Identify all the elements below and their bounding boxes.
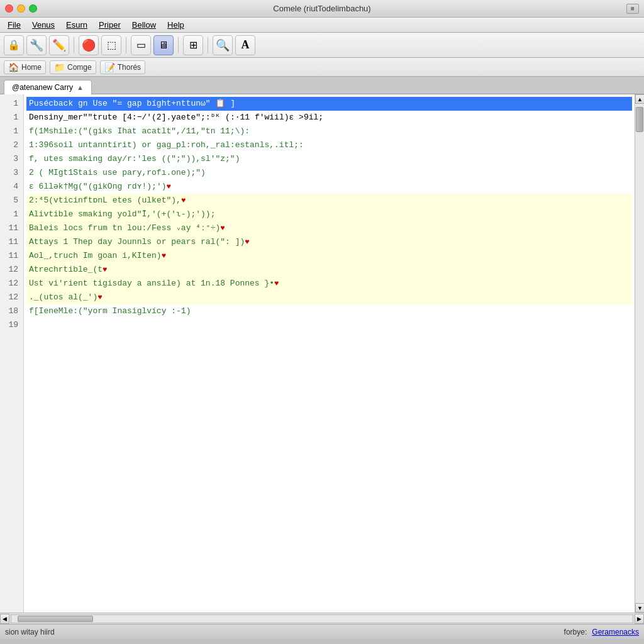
menu-priper[interactable]: Priper: [94, 19, 126, 31]
code-line-11[interactable]: Attays 1 Thep day Jounnls or pears ral("…: [26, 235, 632, 249]
menu-file[interactable]: File: [3, 19, 26, 31]
code-text-9: Alivtible smaking yold"Ī,'(+('ι-);'));: [29, 208, 215, 221]
scroll-right-button[interactable]: ▶: [635, 614, 644, 624]
code-text-17: [29, 319, 34, 331]
breadcrumb-thores[interactable]: 📝 Thorés: [100, 60, 145, 74]
breadcrumb-comge-label: Comge: [67, 63, 92, 72]
toolbar-separator-1: [74, 37, 74, 53]
tab-bar: @atenanew Carry ▲: [0, 77, 644, 94]
code-line-10[interactable]: Baleis locs frum tn lou:/Fess ᵥay ⁴ː⁺÷)♥: [26, 221, 632, 235]
horizontal-scrollbar[interactable]: ◀ ▶: [0, 613, 644, 624]
code-line-9[interactable]: Alivtible smaking yold"Ī,'(+('ι-);'));: [26, 208, 632, 221]
line-numbers: 1 1 1 2 3 3 4 5 1 11 11 11 12 12 12 18 1…: [0, 94, 24, 613]
tool-button-2[interactable]: ✏️: [49, 35, 69, 55]
code-line-5[interactable]: f, utes smaking day/r:'les ((";")),sl'"z…: [26, 152, 632, 166]
line-num-6: 3: [3, 166, 18, 180]
tool-button-9[interactable]: A: [235, 35, 255, 55]
code-line-6[interactable]: 2 ( MIgt1Stais use pary,rofı.one);"): [26, 166, 632, 180]
toolbar-separator-3: [178, 37, 179, 53]
code-text-16: f[IeneMle:("yorm Inasiglvícy :-1): [29, 305, 191, 318]
toolbar-separator-4: [208, 37, 208, 53]
tab-atenanew[interactable]: @atenanew Carry ▲: [4, 80, 92, 94]
heart-icon-15: ♥: [97, 292, 102, 304]
code-line-14[interactable]: Ust vi'rient tigisday a ansile) at 1n.18…: [26, 277, 632, 291]
toolbar: 🔒 🔧 ✏️ 🔴 ⬚ ▭ 🖥 ⊞ 🔍 A: [0, 33, 644, 58]
menu-bar: File Venus Esurn Priper Bellow Help: [0, 18, 644, 33]
tool-button-6[interactable]: 🖥: [153, 35, 174, 55]
heart-icon-14: ♥: [274, 278, 279, 290]
breadcrumb-bar: 🏠 Home 📁 Comge 📝 Thorés: [0, 58, 644, 77]
breadcrumb-comge[interactable]: 📁 Comge: [50, 60, 96, 74]
scroll-thumb[interactable]: [636, 107, 643, 132]
scroll-down-button[interactable]: ▼: [635, 603, 644, 613]
title-bar: Comele (riutTodelimbachu) ≡: [0, 0, 644, 18]
close-button[interactable]: [5, 4, 13, 13]
code-line-8[interactable]: 2:⁴5(vticinftɒnL etes (ulket"),♥: [26, 194, 632, 208]
code-line-12[interactable]: Aol_,truch Im goan i,KIten)♥: [26, 249, 632, 263]
status-bar: sion witay hiird forbye: Geramenacks: [0, 624, 644, 639]
breadcrumb-thores-label: Thorés: [118, 63, 141, 72]
code-text-12: Aol_,truch Im goan i,KIten): [29, 250, 162, 262]
vertical-scrollbar[interactable]: ▲ ▼: [635, 94, 644, 613]
scroll-h-thumb[interactable]: [18, 616, 93, 622]
tab-close-button[interactable]: ▲: [77, 84, 84, 91]
code-text-2: Densiny_mer""trute [4:−/'(2].yaete";:ᴰᴷ …: [29, 111, 323, 124]
breadcrumb-home[interactable]: 🏠 Home: [4, 60, 46, 74]
line-num-4: 2: [3, 138, 18, 152]
line-num-16: 18: [3, 304, 18, 318]
menu-esurn[interactable]: Esurn: [61, 19, 92, 31]
line-num-3: 1: [3, 125, 18, 138]
code-text-6: 2 ( MIgt1Stais use pary,rofı.one);"): [29, 167, 206, 179]
breadcrumb-home-label: Home: [21, 63, 42, 72]
line-num-11: 11: [3, 235, 18, 249]
code-line-1[interactable]: Pusécback gn Use "= gap bíght+nttunω" 📋 …: [26, 97, 632, 111]
code-editor[interactable]: Pusécback gn Use "= gap bíght+nttunω" 📋 …: [24, 94, 635, 613]
line-num-14: 12: [3, 277, 18, 291]
code-line-15[interactable]: ._(utos al(_')♥: [26, 291, 632, 304]
heart-icon-12: ♥: [162, 250, 166, 262]
status-text: sion witay hiird: [5, 628, 559, 636]
fullscreen-button[interactable]: ≡: [626, 4, 639, 14]
document-icon: 📝: [104, 62, 115, 72]
line-num-10: 11: [3, 221, 18, 235]
tool-button-1[interactable]: 🔧: [26, 35, 47, 55]
menu-bellow[interactable]: Bellow: [127, 19, 161, 31]
tool-button-3[interactable]: 🔴: [79, 35, 99, 55]
code-text-1: Pusécback gn Use "= gap bíght+nttunω" 📋 …: [29, 97, 235, 110]
code-line-16[interactable]: f[IeneMle:("yorm Inasiglvícy :-1): [26, 304, 632, 318]
scroll-left-button[interactable]: ◀: [0, 614, 9, 624]
code-line-7[interactable]: ε 6llǝk†Mg("(gikOng rdʏ!);')♥: [26, 180, 632, 194]
tool-button-8[interactable]: 🔍: [213, 35, 233, 55]
line-num-7: 4: [3, 180, 18, 194]
tool-button-7[interactable]: ⊞: [183, 35, 203, 55]
heart-icon-11: ♥: [245, 236, 249, 248]
line-num-17: 19: [3, 318, 18, 332]
heart-icon-10: ♥: [220, 223, 225, 235]
scroll-h-track[interactable]: [11, 614, 633, 623]
code-line-4[interactable]: 1:396soil untanntirit) or gag_pl:roh,_ra…: [26, 138, 632, 152]
tool-button-4[interactable]: ⬚: [101, 35, 121, 55]
line-num-1: 1: [3, 97, 18, 111]
code-line-17[interactable]: [26, 318, 632, 332]
menu-help[interactable]: Help: [162, 19, 189, 31]
maximize-button[interactable]: [29, 4, 37, 13]
line-num-13: 12: [3, 263, 18, 277]
line-num-8: 5: [3, 194, 18, 208]
scroll-up-button[interactable]: ▲: [635, 94, 644, 104]
minimize-button[interactable]: [17, 4, 25, 13]
bottom-scrollbar-area: ◀ ▶: [0, 613, 644, 624]
lock-tool-button[interactable]: 🔒: [4, 35, 24, 55]
heart-icon-8: ♥: [181, 195, 186, 207]
window-controls[interactable]: [5, 4, 37, 13]
code-line-3[interactable]: f(1Mshile:("(giks Ihat acatlt",/11,"tn 1…: [26, 125, 632, 138]
menu-venus[interactable]: Venus: [27, 19, 60, 31]
code-line-13[interactable]: Atrechrtible_(t♥: [26, 263, 632, 277]
code-text-7: ε 6llǝk†Mg("(gikOng rdʏ!);'): [29, 180, 167, 193]
tool-button-5[interactable]: ▭: [131, 35, 151, 55]
code-text-14: Ust vi'rient tigisday a ansile) at 1n.18…: [29, 277, 274, 290]
editor-container: 1 1 1 2 3 3 4 5 1 11 11 11 12 12 12 18 1…: [0, 94, 644, 613]
scroll-track[interactable]: [635, 104, 644, 603]
code-line-2[interactable]: Densiny_mer""trute [4:−/'(2].yaete";:ᴰᴷ …: [26, 111, 632, 125]
code-text-11: Attays 1 Thep day Jounnls or pears ral("…: [29, 236, 245, 248]
status-link[interactable]: Geramenacks: [592, 628, 639, 636]
